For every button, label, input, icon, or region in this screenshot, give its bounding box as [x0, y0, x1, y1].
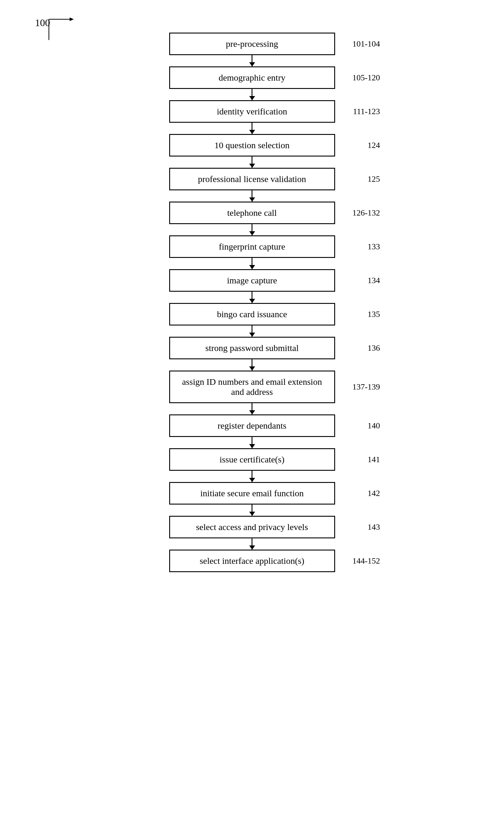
flow-item-select-access: select access and privacy levels 143	[148, 516, 356, 550]
box-assign-id-label: assign ID numbers and email extension an…	[179, 377, 325, 397]
box-10-question-selection-label: 10 question selection	[215, 140, 289, 150]
flow-item-image-capture: image capture 134	[148, 269, 356, 303]
flow-item-initiate-secure-email: initiate secure email function 142	[148, 482, 356, 516]
flow-item-assign-id: assign ID numbers and email extension an…	[148, 370, 356, 415]
box-10-question-selection: 10 question selection 124	[169, 134, 335, 156]
ref-assign-id: 137-139	[352, 382, 380, 391]
box-select-interface-label: select interface application(s)	[200, 556, 304, 566]
ref-demographic-entry: 105-120	[352, 73, 380, 82]
box-image-capture: image capture 134	[169, 269, 335, 292]
box-professional-license: professional license validation 125	[169, 168, 335, 190]
box-issue-certificate-label: issue certificate(s)	[220, 455, 284, 465]
box-pre-processing-label: pre-processing	[226, 39, 278, 49]
flow-item-demographic-entry: demographic entry 105-120	[148, 66, 356, 100]
ref-telephone-call: 126-132	[352, 208, 380, 218]
flowchart: pre-processing 101-104 demographic entry…	[148, 33, 356, 572]
ref-initiate-secure-email: 142	[368, 489, 380, 498]
arrow-11	[252, 437, 252, 448]
flow-item-pre-processing: pre-processing 101-104	[148, 33, 356, 66]
svg-marker-2	[70, 17, 74, 21]
ref-identity-verification: 111-123	[353, 107, 380, 116]
box-assign-id: assign ID numbers and email extension an…	[169, 370, 335, 403]
box-register-dependants-label: register dependants	[217, 421, 286, 431]
box-select-access-label: select access and privacy levels	[196, 522, 308, 532]
flow-item-register-dependants: register dependants 140	[148, 415, 356, 448]
flow-item-bingo-card-issuance: bingo card issuance 135	[148, 303, 356, 337]
ref-fingerprint-capture: 133	[368, 242, 380, 251]
box-initiate-secure-email-label: initiate secure email function	[200, 488, 304, 498]
arrow-14	[252, 538, 252, 550]
box-identity-verification: identity verification 111-123	[169, 100, 335, 123]
box-select-interface: select interface application(s) 144-152	[169, 550, 335, 572]
box-bingo-card-issuance-label: bingo card issuance	[217, 309, 287, 319]
diagram-container: 100 pre-processing 101-104 demographic e…	[0, 0, 504, 817]
ref-image-capture: 134	[368, 276, 380, 285]
box-bingo-card-issuance: bingo card issuance 135	[169, 303, 335, 325]
flow-item-select-interface: select interface application(s) 144-152	[148, 550, 356, 572]
box-telephone-call-label: telephone call	[227, 208, 277, 218]
flow-item-10-question-selection: 10 question selection 124	[148, 134, 356, 168]
ref-select-access: 143	[368, 522, 380, 532]
arrow-6	[252, 258, 252, 269]
main-arrow	[46, 16, 81, 46]
box-strong-password: strong password submittal 136	[169, 337, 335, 359]
box-fingerprint-capture: fingerprint capture 133	[169, 235, 335, 258]
flow-item-identity-verification: identity verification 111-123	[148, 100, 356, 134]
arrow-4	[252, 190, 252, 201]
box-issue-certificate: issue certificate(s) 141	[169, 448, 335, 471]
arrow-10	[252, 403, 252, 415]
box-demographic-entry: demographic entry 105-120	[169, 66, 335, 89]
arrow-2	[252, 123, 252, 134]
flow-item-fingerprint-capture: fingerprint capture 133	[148, 235, 356, 269]
ref-10-question-selection: 124	[368, 140, 380, 150]
flow-item-telephone-call: telephone call 126-132	[148, 201, 356, 235]
box-professional-license-label: professional license validation	[198, 174, 306, 184]
box-initiate-secure-email: initiate secure email function 142	[169, 482, 335, 505]
box-identity-verification-label: identity verification	[217, 106, 287, 116]
arrow-8	[252, 325, 252, 337]
ref-register-dependants: 140	[368, 421, 380, 431]
box-image-capture-label: image capture	[227, 275, 277, 285]
arrow-7	[252, 292, 252, 303]
ref-strong-password: 136	[368, 343, 380, 353]
arrow-12	[252, 471, 252, 482]
ref-bingo-card-issuance: 135	[368, 309, 380, 319]
box-demographic-entry-label: demographic entry	[219, 73, 286, 83]
arrow-13	[252, 505, 252, 516]
ref-issue-certificate: 141	[368, 455, 380, 464]
box-strong-password-label: strong password submittal	[205, 343, 299, 353]
ref-pre-processing: 101-104	[352, 39, 380, 49]
arrow-9	[252, 359, 252, 370]
flow-item-professional-license: professional license validation 125	[148, 168, 356, 201]
box-pre-processing: pre-processing 101-104	[169, 33, 335, 55]
box-telephone-call: telephone call 126-132	[169, 201, 335, 224]
box-register-dependants: register dependants 140	[169, 415, 335, 437]
arrow-0	[252, 55, 252, 66]
flow-item-strong-password: strong password submittal 136	[148, 337, 356, 370]
arrow-5	[252, 224, 252, 235]
arrow-1	[252, 89, 252, 100]
ref-select-interface: 144-152	[352, 556, 380, 566]
box-select-access: select access and privacy levels 143	[169, 516, 335, 538]
ref-professional-license: 125	[368, 174, 380, 184]
flow-item-issue-certificate: issue certificate(s) 141	[148, 448, 356, 482]
box-fingerprint-capture-label: fingerprint capture	[219, 242, 285, 252]
arrow-3	[252, 156, 252, 168]
